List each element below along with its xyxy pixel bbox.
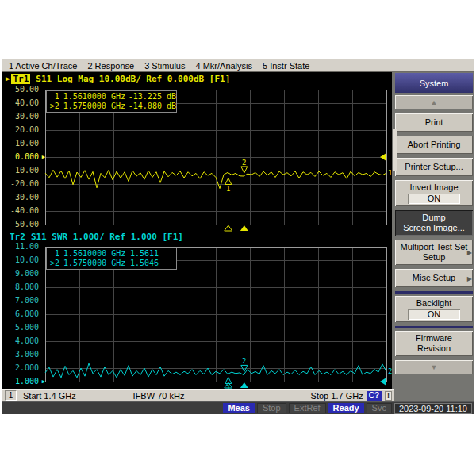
menu-item-4-mkr-analysis[interactable]: 4 Mkr/Analysis [195, 61, 252, 71]
chart1-marker-readout: 11.5610000 GHz-13.225 dB>21.5750000 GHz-… [46, 90, 177, 113]
softkey-label: Revision [417, 344, 451, 354]
y-axis-label: 11.00 [4, 242, 39, 251]
menu-item-3-stimulus[interactable]: 3 Stimulus [144, 61, 185, 71]
y-axis-label: -40.00 [4, 206, 39, 215]
softkey-invert-image[interactable]: Invert ImageON [395, 180, 473, 206]
trace1-name-badge[interactable]: Tr1 [11, 74, 30, 84]
softkey-misc-setup[interactable]: Misc Setup▶ [395, 269, 473, 287]
y-axis-label: 5.000 [4, 323, 39, 332]
softkey-backlight[interactable]: BacklightON [395, 296, 473, 322]
y-axis-label: 8.000 [4, 282, 39, 291]
ref-level-right-marker-icon [380, 378, 386, 386]
softkey-label: Abort Printing [408, 140, 461, 150]
channel-status-bar: 1 Start 1.4 GHz IFBW 70 kHz Stop 1.7 GHz… [2, 389, 394, 401]
status-badge-stop: Stop [257, 403, 286, 413]
softkey-scroll-down-button[interactable]: ▼ [395, 360, 473, 374]
y-axis-label: 2.000 [4, 363, 39, 372]
softkey-label: Printer Setup... [405, 162, 463, 172]
datetime-display: 2023-09-20 11:10 [394, 403, 472, 414]
marker-2-number: 2 [242, 357, 246, 365]
marker-1-stimulus-icon [225, 382, 232, 388]
marker-readout-row: 11.5610000 GHz-13.225 dB [48, 92, 176, 102]
y-axis-label: 7.000 [4, 296, 39, 305]
submenu-arrow-icon: ▶ [467, 248, 472, 258]
instrument-status-bar: MeasStopExtRefReadySvc 2023-09-20 11:10 [2, 401, 474, 414]
y-axis-label: 0.000▶ [4, 152, 39, 161]
trace2-settings-text: S11 SWR 1.000/ Ref 1.000 [F1] [31, 232, 183, 242]
softkey-group-separator [395, 326, 473, 328]
marker-frequency: 1.5750000 GHz [63, 259, 130, 268]
y-axis-label: 50.00 [4, 85, 39, 94]
marker-2-symbol-icon [241, 167, 248, 173]
ref-level-right-marker-icon [380, 153, 386, 161]
alert-indicator-icon: ! [385, 391, 392, 401]
softkey-label: Multiport Test Set [401, 242, 468, 252]
softkey-firmware-revision[interactable]: FirmwareRevision [395, 331, 473, 356]
softkey-label: Setup [423, 252, 446, 263]
s11-swr-trace [45, 363, 386, 378]
chart2-marker-readout: 11.5610000 GHz1.5611>21.5750000 GHz1.504… [46, 248, 177, 270]
trace2-header: Tr2 S11 SWR 1.000/ Ref 1.000 [F1] [10, 231, 183, 242]
marker-1-number: 1 [226, 185, 230, 193]
marker-1-symbol-icon [225, 178, 232, 184]
submenu-arrow-icon: ▶ [467, 273, 472, 283]
y-axis-label: -30.00 [4, 193, 39, 202]
marker-frequency: 1.5750000 GHz [63, 102, 129, 111]
softkey-menu-title: System [395, 73, 473, 93]
softkey-list: PrintAbort PrintingPrinter Setup...Inver… [395, 113, 473, 356]
marker-number: 1 [48, 92, 60, 102]
marker-readout-row: >21.5750000 GHz1.5046 [48, 259, 176, 268]
softkey-label: Screen Image... [403, 223, 465, 233]
y-axis-label: 20.00 [4, 125, 39, 134]
marker-2-symbol-icon [241, 365, 248, 371]
status-badge-extref: ExtRef [289, 403, 326, 413]
marker-number: >2 [48, 102, 60, 111]
y-axis-label: -10.00 [4, 166, 39, 175]
ifbw-readout: IFBW 70 kHz [2, 391, 315, 401]
stop-frequency-readout: Stop 1.7 GHz [311, 391, 363, 401]
y-axis-label: 4.000 [4, 336, 39, 345]
active-trace-arrow-icon: ▶ [6, 75, 10, 83]
trace1-header: ▶ Tr1 S11 Log Mag 10.00dB/ Ref 0.000dB [… [6, 73, 230, 84]
softkey-label: Invert Image [409, 182, 458, 193]
y-axis-label: 10.00 [4, 255, 39, 264]
softkey-value: ON [408, 309, 460, 320]
marker-2-number: 2 [242, 159, 246, 167]
softkey-label: Misc Setup [413, 273, 455, 283]
menu-bar: 1 Active Ch/Trace2 Response3 Stimulus4 M… [2, 60, 474, 72]
y-axis-label: -50.00 [4, 220, 39, 228]
softkey-multiport-test-set-setup[interactable]: Multiport Test SetSetup▶ [395, 240, 473, 265]
marker-1-stimulus-icon [225, 225, 232, 231]
softkey-printer-setup[interactable]: Printer Setup... [395, 158, 473, 176]
softkey-label: Backlight [416, 298, 452, 309]
marker-value: -14.080 dB [129, 102, 176, 111]
softkey-scroll-up-button[interactable]: ▲ [395, 95, 473, 109]
stop-frequency-group: Stop 1.7 GHz C? ! [311, 391, 392, 401]
menu-item-2-response[interactable]: 2 Response [87, 61, 134, 71]
marker-value: -13.225 dB [129, 92, 176, 102]
softkey-abort-printing[interactable]: Abort Printing [395, 136, 473, 154]
menu-item-1-active-ch-trace[interactable]: 1 Active Ch/Trace [9, 61, 77, 71]
marker-frequency: 1.5610000 GHz [63, 249, 130, 259]
y-axis-label: 10.00 [4, 139, 39, 148]
correction-status-badge: C? [367, 391, 382, 401]
y-axis-label: 30.00 [4, 112, 39, 121]
softkey-group-separator [395, 291, 473, 294]
status-badge-ready: Ready [328, 403, 364, 413]
marker-value: 1.5611 [130, 249, 159, 259]
softkey-print[interactable]: Print [395, 113, 473, 132]
softkey-dump-screen-image[interactable]: DumpScreen Image... [395, 210, 473, 236]
status-badge-svc: Svc [367, 403, 392, 413]
marker-1-symbol-icon [225, 377, 232, 383]
softkey-label: Dump [422, 213, 445, 223]
menu-item-5-instr-state[interactable]: 5 Instr State [263, 61, 309, 71]
softkey-scroll-position-indicator [393, 129, 397, 171]
y-axis-label: 6.000 [4, 309, 39, 318]
softkey-label: Print [425, 117, 443, 128]
y-axis-label: 40.00 [4, 98, 39, 107]
trace2-name[interactable]: Tr2 [10, 232, 25, 242]
y-axis-label: 9.000 [4, 269, 39, 278]
marker-frequency: 1.5610000 GHz [63, 92, 129, 102]
softkey-label: Firmware [416, 333, 452, 344]
marker-number: 1 [48, 249, 60, 259]
